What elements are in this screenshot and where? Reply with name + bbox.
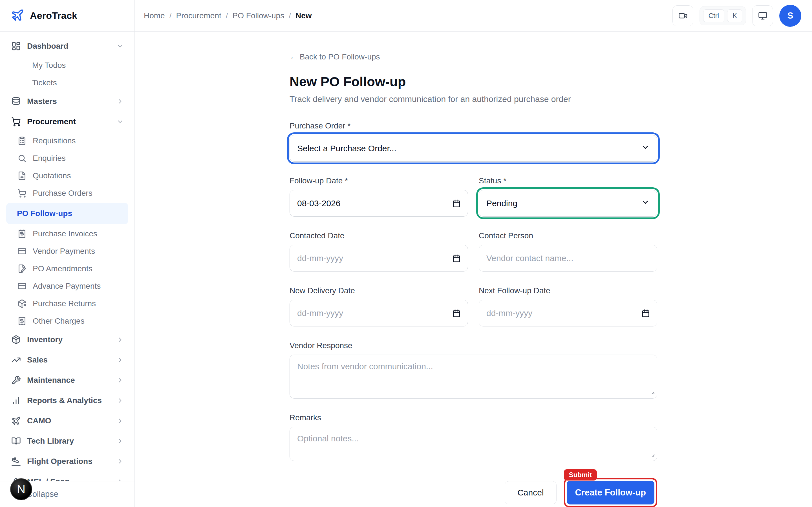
chevron-down-icon: [116, 43, 124, 50]
sidebar-item-po-amendments[interactable]: PO Amendments: [6, 261, 128, 277]
sidebar-item-other-charges[interactable]: Other Charges: [6, 313, 128, 329]
sidebar-item-label: Sales: [27, 355, 116, 364]
display-button[interactable]: [752, 5, 773, 26]
receipt-icon: [17, 317, 27, 326]
sidebar-item-masters[interactable]: Masters: [6, 93, 128, 110]
purchase-order-select[interactable]: Select a Purchase Order...: [290, 135, 657, 162]
sidebar-item-label: Masters: [27, 97, 116, 106]
sidebar-item-label: MEL / Snag: [27, 477, 116, 481]
breadcrumb-separator: /: [289, 11, 291, 20]
chevron-right-icon: [116, 478, 124, 481]
sidebar-item-label: Requisitions: [33, 136, 128, 145]
breadcrumb-separator: /: [226, 11, 228, 20]
wrench-icon: [11, 376, 21, 385]
breadcrumb-item-home[interactable]: Home: [144, 11, 165, 20]
sidebar-item-label: Vendor Payments: [33, 247, 128, 256]
submit-annotation-badge: Submit: [564, 469, 597, 481]
topbar: Home/Procurement/PO Follow-ups/New Ctrl …: [135, 0, 812, 32]
remarks-textarea[interactable]: [290, 427, 657, 461]
chevron-down-icon: [116, 118, 124, 125]
chevron-down-icon: [641, 198, 650, 209]
monitor-icon: [758, 11, 767, 20]
sidebar-item-label: Purchase Invoices: [33, 229, 128, 238]
followup-date-input[interactable]: [290, 190, 468, 217]
sidebar-item-tech-library[interactable]: Tech Library: [6, 432, 128, 450]
sidebar-item-label: Purchase Returns: [33, 299, 128, 308]
sidebar-nav: DashboardMy TodosTicketsMastersProcureme…: [0, 32, 135, 481]
video-camera-icon: [678, 11, 688, 20]
submit-annotation-box: Submit Create Follow-up: [564, 478, 657, 507]
sidebar-item-vendor-payments[interactable]: Vendor Payments: [6, 243, 128, 259]
breadcrumb-item-po-follow-ups[interactable]: PO Follow-ups: [233, 11, 285, 20]
contact-person-input[interactable]: [479, 245, 657, 272]
sidebar-item-requisitions[interactable]: Requisitions: [6, 133, 128, 149]
sidebar-item-my-todos[interactable]: My Todos: [6, 57, 128, 73]
sidebar-item-flight-operations[interactable]: Flight Operations: [6, 452, 128, 470]
chevron-right-icon: [116, 336, 124, 343]
status-select-value: Pending: [486, 199, 517, 208]
breadcrumb-item-procurement[interactable]: Procurement: [176, 11, 221, 20]
new-delivery-date-input[interactable]: [290, 300, 468, 327]
trending-up-icon: [11, 355, 21, 365]
sidebar-item-label: Other Charges: [33, 317, 128, 326]
followup-date-label: Follow-up Date *: [290, 176, 468, 185]
page-title: New PO Follow-up: [290, 74, 657, 89]
layout-dashboard-icon: [11, 41, 21, 51]
chevron-right-icon: [116, 377, 124, 384]
sidebar-item-po-follow-ups[interactable]: PO Follow-ups: [6, 203, 128, 224]
chevron-right-icon: [116, 417, 124, 425]
sidebar-item-quotations[interactable]: Quotations: [6, 168, 128, 184]
clipboard-list-icon: [17, 136, 27, 145]
command-palette-shortcut[interactable]: Ctrl K: [700, 6, 746, 25]
contacted-date-label: Contacted Date: [290, 231, 468, 240]
sidebar-item-label: Inventory: [27, 335, 116, 344]
receipt-icon: [17, 229, 27, 238]
back-link[interactable]: ← Back to PO Follow-ups: [290, 52, 380, 61]
sidebar-item-maintenance[interactable]: Maintenance: [6, 371, 128, 389]
sidebar-item-label: CAMO: [27, 416, 116, 425]
status-select[interactable]: Pending: [479, 190, 657, 217]
new-delivery-date-label: New Delivery Date: [290, 286, 468, 295]
sidebar-item-enquiries[interactable]: Enquiries: [6, 151, 128, 166]
breadcrumb-separator: /: [169, 11, 172, 20]
sidebar-item-dashboard[interactable]: Dashboard: [6, 37, 128, 55]
search-icon: [17, 154, 27, 163]
breadcrumb: Home/Procurement/PO Follow-ups/New: [144, 11, 312, 20]
sidebar-item-label: Flight Operations: [27, 457, 116, 466]
vendor-response-label: Vendor Response: [290, 341, 657, 350]
sidebar-item-inventory[interactable]: Inventory: [6, 331, 128, 349]
app-logo[interactable]: AeroTrack: [0, 0, 135, 32]
sidebar-item-label: My Todos: [32, 61, 128, 70]
database-icon: [11, 97, 21, 106]
sidebar-item-tickets[interactable]: Tickets: [6, 75, 128, 91]
sidebar-item-purchase-returns[interactable]: Purchase Returns: [6, 296, 128, 312]
sidebar-item-label: Purchase Orders: [33, 189, 128, 198]
chevron-right-icon: [116, 438, 124, 445]
sidebar-item-reports-analytics[interactable]: Reports & Analytics: [6, 392, 128, 409]
package-icon: [11, 335, 21, 344]
sidebar-item-advance-payments[interactable]: Advance Payments: [6, 278, 128, 294]
next-followup-date-input[interactable]: [479, 300, 657, 327]
sidebar-item-purchase-invoices[interactable]: Purchase Invoices: [6, 226, 128, 242]
contacted-date-input[interactable]: [290, 245, 468, 272]
package-x-icon: [17, 299, 27, 308]
sidebar-item-camo[interactable]: CAMO: [6, 412, 128, 430]
breadcrumb-item-new: New: [296, 11, 312, 20]
plane-icon: [11, 416, 21, 426]
sidebar-item-label: Advance Payments: [33, 282, 128, 291]
sidebar-item-procurement[interactable]: Procurement: [6, 113, 128, 131]
user-avatar[interactable]: S: [779, 5, 801, 27]
nextjs-dev-badge[interactable]: N: [10, 478, 32, 500]
sidebar-item-label: Quotations: [33, 171, 128, 180]
sidebar-item-purchase-orders[interactable]: Purchase Orders: [6, 185, 128, 201]
chevron-down-icon: [641, 143, 650, 154]
book-open-icon: [11, 436, 21, 446]
screen-record-button[interactable]: [672, 5, 693, 26]
create-followup-button[interactable]: Create Follow-up: [567, 481, 654, 504]
shopping-cart-icon: [11, 117, 21, 126]
vendor-response-textarea[interactable]: [290, 355, 657, 399]
cancel-button[interactable]: Cancel: [505, 481, 556, 504]
sidebar-item-sales[interactable]: Sales: [6, 351, 128, 369]
purchase-order-select-value: Select a Purchase Order...: [297, 144, 396, 153]
sidebar-item-label: Dashboard: [27, 42, 116, 51]
